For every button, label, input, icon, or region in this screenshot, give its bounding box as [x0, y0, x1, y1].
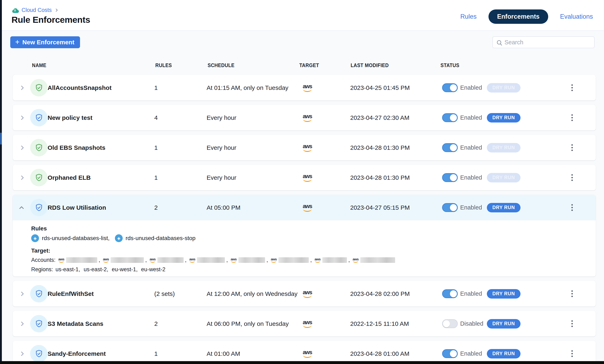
rules-count: 1: [154, 350, 207, 357]
enforcement-row: Old EBS Snapshots 1 Every hour aws 2023-…: [13, 135, 596, 161]
redacted-account: aws,: [58, 257, 100, 263]
toggle-knob: [450, 350, 457, 357]
enforcement-row-main[interactable]: Sandy-Enforcement 1 At 01:00 AM aws 2023…: [13, 341, 596, 364]
shield-check-icon: [30, 285, 48, 302]
aws-label: aws: [303, 320, 312, 325]
redacted-account: aws,: [270, 257, 312, 263]
row-menu-button[interactable]: [570, 202, 574, 213]
view-tabs: RulesEnforcementsEvaluations: [460, 9, 593, 25]
enforcement-row-main[interactable]: New policy test 4 Every hour aws 2023-04…: [13, 105, 596, 130]
status-cell: Disabled DRY RUN: [440, 319, 557, 328]
last-modified: 2023-04-28 02:00 PM: [350, 290, 440, 297]
redacted-account: aws,: [230, 257, 268, 263]
enforcement-row-main[interactable]: Old EBS Snapshots 1 Every hour aws 2023-…: [13, 135, 596, 161]
enforcement-row-main[interactable]: RDS Low Utilisation 2 At 05:00 PM aws 20…: [13, 195, 596, 220]
shield-check-icon: [30, 109, 48, 126]
row-menu-button[interactable]: [570, 173, 574, 183]
regions-label: Regions:: [31, 266, 53, 273]
expand-chevron-icon[interactable]: [19, 351, 24, 356]
aws-logo: aws: [302, 84, 313, 92]
enabled-toggle[interactable]: [442, 203, 458, 212]
expand-chevron-icon[interactable]: [19, 85, 24, 90]
scroll-indicator[interactable]: [0, 133, 2, 144]
enabled-toggle[interactable]: [442, 113, 458, 122]
aws-logo: aws: [302, 320, 313, 328]
expand-chevron-icon[interactable]: [19, 291, 24, 296]
row-menu-button[interactable]: [570, 143, 574, 153]
aws-logo: aws: [302, 114, 313, 122]
breadcrumb[interactable]: $ Cloud Costs: [12, 7, 57, 13]
breadcrumb-label[interactable]: Cloud Costs: [22, 7, 52, 13]
tab-enforcements[interactable]: Enforcements: [489, 10, 548, 24]
enforcement-name: S3 Metadata Scans: [48, 320, 154, 327]
schedule: At 05:00 PM: [207, 204, 302, 211]
search-input[interactable]: [504, 39, 590, 46]
enforcement-row-main[interactable]: S3 Metadata Scans 2 At 06:00 PM, only on…: [13, 311, 596, 337]
schedule: Every hour: [207, 174, 302, 181]
enforcement-row-main[interactable]: RuleEnfWithSet (2 sets) At 12:00 AM, onl…: [13, 281, 596, 307]
tab-evaluations[interactable]: Evaluations: [560, 13, 593, 20]
enabled-toggle[interactable]: [442, 349, 458, 358]
toolbar: + New Enforcement: [2, 36, 604, 49]
new-enforcement-button[interactable]: + New Enforcement: [10, 36, 80, 48]
enforcement-row-main[interactable]: AllAccountsSnapshot 1 At 01:15 AM, only …: [13, 75, 596, 100]
enabled-toggle[interactable]: [442, 143, 458, 152]
rules-count: 1: [154, 174, 207, 181]
expand-chevron-icon[interactable]: [19, 115, 24, 120]
region-item: us-east-2,: [84, 266, 108, 273]
rules-count: 1: [154, 144, 207, 151]
kebab-icon: [571, 204, 573, 211]
aws-label: aws: [303, 174, 312, 179]
dry-run-badge: DRY RUN: [487, 289, 520, 299]
row-menu-button[interactable]: [570, 289, 574, 299]
accounts-line: Accounts: aws,aws,aws,aws,aws,aws,aws,aw…: [31, 257, 588, 263]
kebab-icon: [571, 114, 573, 121]
status-label: Enabled: [460, 350, 484, 357]
status-label: Disabled: [460, 320, 484, 327]
enabled-toggle[interactable]: [442, 289, 458, 298]
shield-check-icon: [30, 315, 48, 332]
enabled-toggle[interactable]: [442, 83, 458, 92]
last-modified: 2023-04-28 01:30 PM: [350, 144, 440, 151]
shield-check-icon: [30, 139, 48, 156]
schedule: Every hour: [207, 114, 302, 121]
enforcement-name: Old EBS Snapshots: [48, 144, 154, 151]
aws-label: aws: [303, 144, 312, 149]
enforcement-name: RDS Low Utilisation: [48, 204, 154, 211]
row-menu-button[interactable]: [570, 349, 574, 359]
aws-label: aws: [303, 350, 312, 355]
redacted-account-name: [278, 257, 309, 263]
tab-rules[interactable]: Rules: [460, 13, 477, 20]
expand-chevron-icon[interactable]: [19, 175, 24, 180]
window-edge-strip: [0, 0, 2, 364]
aws-logo-small: aws: [102, 258, 109, 263]
svg-text:$: $: [14, 9, 16, 12]
rule-icon: ◈: [31, 234, 39, 242]
row-menu-button[interactable]: [570, 113, 574, 123]
status-label: Enabled: [460, 114, 484, 121]
region-item: us-east-1,: [56, 266, 80, 273]
toggle-knob: [443, 320, 450, 327]
aws-logo-small: aws: [149, 258, 156, 263]
status-label: Enabled: [460, 84, 484, 91]
row-menu-button[interactable]: [570, 319, 574, 329]
status-cell: Enabled DRY RUN: [440, 113, 557, 123]
enabled-toggle[interactable]: [442, 319, 458, 328]
redacted-account-name: [360, 257, 395, 263]
regions-line: Regions: us-east-1,us-east-2,eu-west-1,e…: [31, 266, 588, 273]
row-menu-button[interactable]: [570, 83, 574, 93]
rules-count: (2 sets): [154, 290, 207, 297]
expand-chevron-icon[interactable]: [19, 145, 24, 150]
region-item: eu-west-2: [141, 266, 165, 273]
enabled-toggle[interactable]: [442, 173, 458, 182]
kebab-icon: [571, 144, 573, 151]
aws-logo: aws: [302, 144, 313, 152]
last-modified: 2022-12-15 11:10 AM: [350, 320, 440, 327]
details-target-label: Target:: [31, 248, 588, 254]
column-header: SCHEDULE: [208, 62, 235, 68]
expand-chevron-icon[interactable]: [19, 206, 24, 211]
search-box[interactable]: [492, 36, 595, 48]
enforcement-row-main[interactable]: Orphaned ELB 1 Every hour aws 2023-04-28…: [13, 165, 596, 190]
status-cell: Enabled DRY RUN: [440, 203, 557, 212]
expand-chevron-icon[interactable]: [19, 321, 24, 326]
